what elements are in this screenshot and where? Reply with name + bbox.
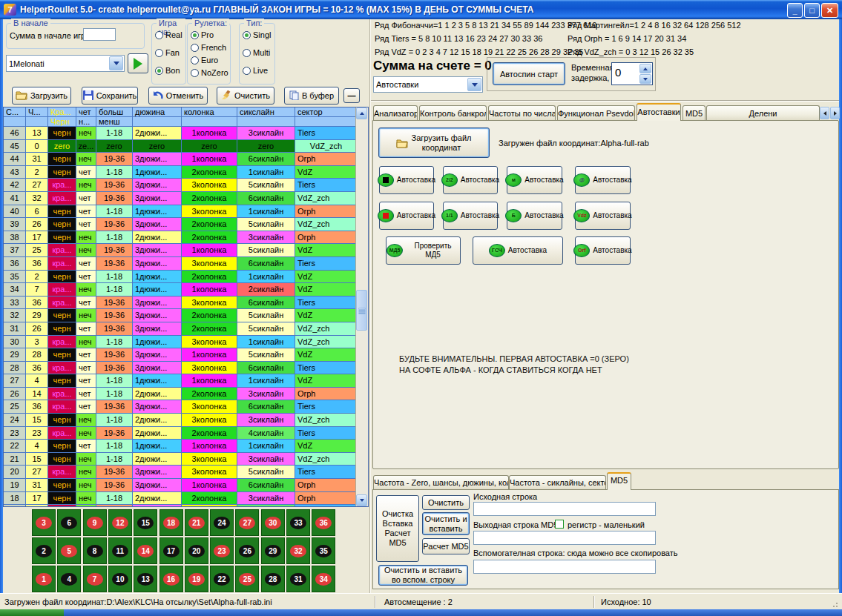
play-button[interactable] xyxy=(128,53,148,73)
table-row[interactable]: 2415черннеч1-182дюжи...3колонка3сиклайнV… xyxy=(4,414,358,427)
tab-scroll-right-icon[interactable] xyxy=(830,107,840,119)
radio-fan[interactable]: Fan xyxy=(155,48,180,57)
roulette-number-13[interactable]: 13 xyxy=(134,566,157,592)
table-row[interactable]: 4431черннеч19-363дюжи...1колонка6сиклайн… xyxy=(4,153,358,166)
bottom-tab-1[interactable]: Частота - сиклайны, сектора xyxy=(509,475,606,490)
roulette-number-7[interactable]: 7 xyxy=(83,566,107,592)
start-sum-input[interactable] xyxy=(83,28,116,41)
even-bet-button[interactable]: 2/2Автоставкачетное xyxy=(443,166,498,194)
roulette-number-28[interactable]: 28 xyxy=(261,566,285,592)
md5-out-input[interactable] xyxy=(473,531,656,545)
roulette-number-36[interactable]: 36 xyxy=(312,509,335,536)
table-row[interactable]: 432чернчет1-181дюжи...2колонка1сиклайнVd… xyxy=(4,166,358,179)
roulette-number-35[interactable]: 35 xyxy=(312,537,335,564)
column-header[interactable] xyxy=(182,117,237,127)
spinner-down-icon[interactable] xyxy=(639,74,651,84)
radio-singl[interactable]: Singl xyxy=(243,30,271,39)
table-row[interactable]: 2323кра...неч19-362дюжи...2колонка4сикла… xyxy=(4,427,358,440)
load-coords-button[interactable]: Загрузить файлкоординат xyxy=(378,127,490,158)
column-header[interactable] xyxy=(26,117,48,127)
roulette-number-2[interactable]: 2 xyxy=(32,537,56,564)
clear-button[interactable]: Очистить xyxy=(217,87,274,105)
column-header[interactable] xyxy=(295,117,358,127)
table-row[interactable]: 3926чернчет19-363дюжи...2колонка5сиклайн… xyxy=(4,218,358,231)
radio-french[interactable]: French xyxy=(191,43,226,52)
radio-bon[interactable]: Bon xyxy=(155,66,180,75)
table-row[interactable]: 2115черннеч1-182дюжи...3колонка3сиклайнV… xyxy=(4,453,358,466)
small-bet-button[interactable]: мАвтоставкамалое xyxy=(507,166,562,194)
table-row[interactable]: 3636кра...чет19-363дюжи...3колонка6сикла… xyxy=(4,257,358,271)
column-header[interactable]: сектор xyxy=(295,107,358,117)
md5-clear-and-paste-button[interactable]: Очистить ивставить xyxy=(422,512,470,535)
table-row[interactable]: 3336кра...чет19-363дюжи...3колонка6сикла… xyxy=(4,297,358,310)
tab-автоставки[interactable]: Автоставки xyxy=(637,103,681,121)
radio-euro[interactable]: Euro xyxy=(191,56,218,64)
scroll-down-icon[interactable] xyxy=(356,494,367,506)
maximize-button[interactable]: □ xyxy=(804,3,820,18)
mode-combo[interactable]: Автоставки xyxy=(373,76,483,93)
table-row[interactable]: 3817черннеч1-182дюжи...2колонка3сиклайнO… xyxy=(4,231,358,245)
roulette-number-1[interactable]: 1 xyxy=(32,566,56,592)
roulette-number-21[interactable]: 21 xyxy=(185,509,208,536)
column-header[interactable]: Кра... xyxy=(48,107,76,117)
column-header[interactable]: больш xyxy=(96,107,133,117)
tab-контроль-банкролла[interactable]: Контроль банкролла xyxy=(419,105,487,121)
column-header[interactable]: С... xyxy=(4,107,26,117)
roulette-number-20[interactable]: 20 xyxy=(185,537,208,564)
column-header[interactable]: н... xyxy=(76,117,96,127)
radio-nozero[interactable]: NoZero xyxy=(191,68,228,77)
scroll-up-icon[interactable] xyxy=(356,107,367,119)
roulette-number-26[interactable]: 26 xyxy=(235,537,259,564)
column-header[interactable]: колонка xyxy=(182,107,237,117)
column-header[interactable]: сикслайн xyxy=(237,107,295,117)
table-scrollbar[interactable] xyxy=(355,107,368,506)
radio-real[interactable]: Real xyxy=(155,30,182,39)
roulette-number-22[interactable]: 22 xyxy=(210,566,234,592)
md5-source-input[interactable] xyxy=(473,502,656,516)
table-row[interactable]: 3229черннеч19-363дюжи...2колонка5сиклайн… xyxy=(4,309,358,322)
orf-bet-button[interactable]: OrfАвтоставкаряд Orf xyxy=(575,236,631,265)
tab-делени[interactable]: Делени xyxy=(706,105,820,121)
big-bet-button[interactable]: БАвтоставкаБОЛЬШОЕ xyxy=(507,202,562,230)
tab-функционал-psevdoms[interactable]: Функционал PsevdoMS xyxy=(557,105,635,121)
tab-частоты-по-числам[interactable]: Частоты по числам xyxy=(488,105,556,121)
tier-bet-button[interactable]: @Автоставкаряд Tier xyxy=(575,166,631,194)
roulette-number-15[interactable]: 15 xyxy=(134,509,157,536)
roulette-number-16[interactable]: 16 xyxy=(159,566,183,592)
md5-aux-input[interactable] xyxy=(473,560,656,574)
collapse-button[interactable]: — xyxy=(343,88,360,103)
column-header[interactable] xyxy=(133,117,182,127)
md5-aux-paste-button[interactable]: Очистить и вставитьво вспом. строку xyxy=(378,565,468,586)
table-row[interactable]: 3126чернчет19-363дюжи...2колонка5сиклайн… xyxy=(4,322,358,336)
md5-case-checkbox[interactable] xyxy=(555,520,564,529)
minimize-button[interactable]: _ xyxy=(787,3,803,18)
md5-clear-paste-calc-button[interactable]: ОчисткаВставкаРасчет MD5 xyxy=(376,495,419,562)
load-button[interactable]: Загрузить xyxy=(12,87,71,105)
delay-spinner[interactable]: 0 xyxy=(611,62,653,85)
column-header[interactable] xyxy=(4,117,26,127)
save-button[interactable]: Сохранить xyxy=(82,87,138,105)
vdz-bet-button[interactable]: VdzАвтоставкаряд VdZ xyxy=(575,202,631,230)
roulette-number-17[interactable]: 17 xyxy=(159,537,183,564)
column-header[interactable]: Ч... xyxy=(26,107,48,117)
table-row[interactable]: 274чернчет1-181дюжи...1колонка1сиклайнVd… xyxy=(4,374,358,388)
table-row[interactable]: 2614кра...чет1-182дюжи...2колонка3сиклай… xyxy=(4,388,358,401)
profile-combo[interactable]: 1Melonati xyxy=(6,55,125,72)
roulette-number-27[interactable]: 27 xyxy=(235,509,259,536)
table-row[interactable]: 352чернчет1-181дюжи...2колонка1сиклайнVd… xyxy=(4,271,358,284)
roulette-number-5[interactable]: 5 xyxy=(57,537,81,564)
black-bet-button[interactable]: Автоставкачерное xyxy=(379,166,434,194)
roulette-number-29[interactable]: 29 xyxy=(261,537,285,564)
table-row[interactable]: 347кра...неч1-181дюжи...1колонка2сиклайн… xyxy=(4,283,358,297)
roulette-number-8[interactable]: 8 xyxy=(83,537,107,564)
roulette-number-9[interactable]: 9 xyxy=(83,509,107,536)
roulette-number-4[interactable]: 4 xyxy=(57,566,81,592)
md5-clear-button[interactable]: Очистить xyxy=(422,495,470,510)
table-row[interactable]: 224чернчет1-181дюжи...1колонка1сиклайнVd… xyxy=(4,440,358,453)
chevron-down-icon[interactable] xyxy=(467,78,481,91)
table-row[interactable]: 450zeroze...zerozerozerozeroVdZ_zch xyxy=(4,140,358,153)
random18-button[interactable]: ГСЧАвтоставка18 случайных xyxy=(473,236,563,265)
resize-grip[interactable] xyxy=(832,600,840,608)
roulette-number-31[interactable]: 31 xyxy=(286,566,310,592)
roulette-number-33[interactable]: 33 xyxy=(286,509,310,536)
